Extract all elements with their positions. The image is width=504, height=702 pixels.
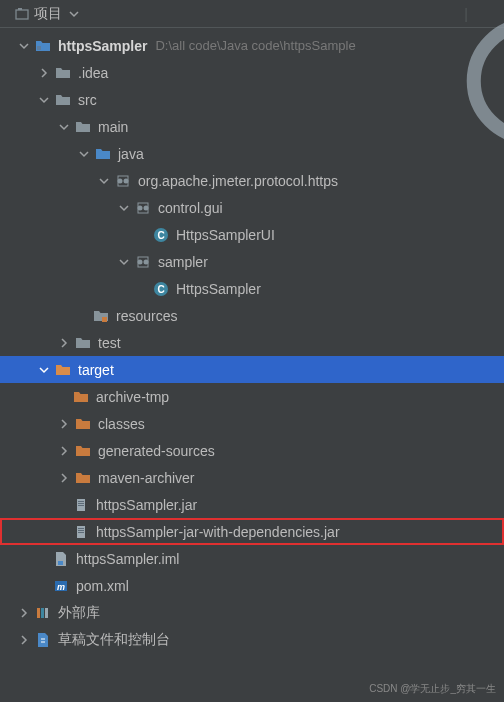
scratch-icon [34,631,52,649]
tree-node-external-libs[interactable]: 外部库 [0,599,504,626]
tree-node-iml[interactable]: httpsSampler.iml [0,545,504,572]
chevron-down-icon[interactable] [16,38,32,54]
node-label: target [78,362,114,378]
class-icon [152,226,170,244]
node-label: 外部库 [58,604,100,622]
node-label: 草稿文件和控制台 [58,631,170,649]
svg-rect-20 [16,10,28,19]
collapse-all-icon[interactable] [436,6,452,22]
node-label: resources [116,308,177,324]
excluded-folder-icon [74,469,92,487]
tree-node-control-gui[interactable]: control.gui [0,194,504,221]
chevron-right-icon[interactable] [36,65,52,81]
download-icon[interactable] [408,6,424,22]
tree-node-resources[interactable]: resources [0,302,504,329]
module-folder-icon [34,37,52,55]
node-label: httpsSampler.jar [96,497,197,513]
jar-icon [72,523,90,541]
folder-icon [74,118,92,136]
chevron-down-icon[interactable] [36,362,52,378]
dropdown-icon [66,6,82,22]
watermark: CSDN @学无止步_穷其一生 [369,682,496,696]
chevron-down-icon[interactable] [56,119,72,135]
tree-node-pom[interactable]: pom.xml [0,572,504,599]
node-label: main [98,119,128,135]
tree-node-archive-tmp[interactable]: archive-tmp [0,383,504,410]
tree-node-target[interactable]: target [0,356,504,383]
tree-node-generated-sources[interactable]: generated-sources [0,437,504,464]
tree-node-https-sampler[interactable]: HttpsSampler [0,275,504,302]
gear-icon[interactable] [480,6,496,22]
node-label: generated-sources [98,443,215,459]
tree-node-test[interactable]: test [0,329,504,356]
project-icon [14,6,30,22]
chevron-right-icon[interactable] [16,605,32,621]
chevron-right-icon[interactable] [56,443,72,459]
excluded-folder-icon [72,388,90,406]
locate-icon[interactable] [380,6,396,22]
tree-node-jar-with-deps[interactable]: httpsSampler-jar-with-dependencies.jar [0,518,504,545]
root-name: httpsSampler [58,38,147,54]
node-label: pom.xml [76,578,129,594]
chevron-down-icon[interactable] [96,173,112,189]
tool-window-toolbar: 项目 | [0,0,504,28]
folder-icon [54,64,72,82]
excluded-folder-icon [74,442,92,460]
chevron-down-icon[interactable] [116,200,132,216]
chevron-right-icon[interactable] [56,416,72,432]
chevron-right-icon[interactable] [16,632,32,648]
class-icon [152,280,170,298]
svg-rect-21 [18,8,22,10]
tree-node-maven-archiver[interactable]: maven-archiver [0,464,504,491]
node-label: test [98,335,121,351]
node-label: archive-tmp [96,389,169,405]
tree-node-classes[interactable]: classes [0,410,504,437]
source-folder-icon [94,145,112,163]
tree-node-sampler[interactable]: sampler [0,248,504,275]
maven-icon [52,577,70,595]
node-label: httpsSampler.iml [76,551,179,567]
excluded-folder-icon [74,415,92,433]
tree-node-https-sampler-ui[interactable]: HttpsSamplerUI [0,221,504,248]
root-path: D:\all code\Java code\httpsSample [155,38,355,53]
resources-folder-icon [92,307,110,325]
package-icon [114,172,132,190]
chevron-down-icon[interactable] [36,92,52,108]
node-label: sampler [158,254,208,270]
node-label: .idea [78,65,108,81]
node-label: httpsSampler-jar-with-dependencies.jar [96,524,340,540]
package-icon [134,253,152,271]
node-label: HttpsSampler [176,281,261,297]
node-label: src [78,92,97,108]
node-label: HttpsSamplerUI [176,227,275,243]
library-icon [34,604,52,622]
tree-node-scratches[interactable]: 草稿文件和控制台 [0,626,504,653]
node-label: control.gui [158,200,223,216]
jar-icon [72,496,90,514]
chevron-down-icon[interactable] [116,254,132,270]
project-tab-label: 项目 [34,5,62,23]
node-label: java [118,146,144,162]
file-icon [52,550,70,568]
tree-node-jar1[interactable]: httpsSampler.jar [0,491,504,518]
tree-node-package[interactable]: org.apache.jmeter.protocol.https [0,167,504,194]
node-label: classes [98,416,145,432]
chevron-right-icon[interactable] [56,470,72,486]
folder-icon [74,334,92,352]
folder-icon [54,91,72,109]
package-icon [134,199,152,217]
excluded-folder-icon [54,361,72,379]
chevron-right-icon[interactable] [56,335,72,351]
project-tab[interactable]: 项目 [8,3,90,25]
node-label: org.apache.jmeter.protocol.https [138,173,338,189]
node-label: maven-archiver [98,470,194,486]
chevron-down-icon[interactable] [76,146,92,162]
